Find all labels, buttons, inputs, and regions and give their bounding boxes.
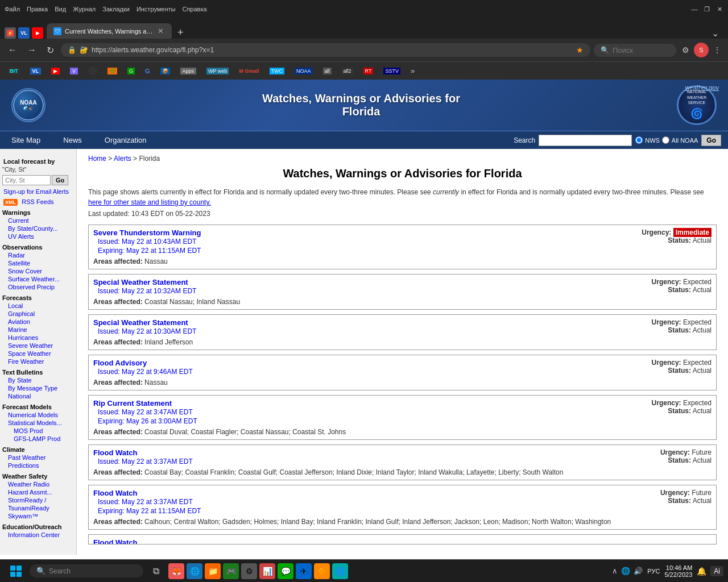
bookmark-apps[interactable]: Apps <box>177 66 200 76</box>
rss-feeds-link[interactable]: RSS Feeds <box>20 198 55 206</box>
city-input[interactable] <box>2 175 51 185</box>
bookmark-all[interactable]: all <box>320 66 335 76</box>
alert-3-title[interactable]: Special Weather Statement <box>93 318 188 327</box>
tab-list-button[interactable]: ⌄ <box>707 28 723 39</box>
sidebar-aviation[interactable]: Aviation <box>7 318 74 326</box>
sidebar-snow-cover[interactable]: Snow Cover <box>7 267 74 275</box>
sidebar-national[interactable]: National <box>7 392 74 400</box>
bookmark-gmail[interactable]: M Gmail <box>235 67 262 75</box>
minimize-button[interactable]: — <box>690 5 698 13</box>
radio-all-noaa[interactable] <box>662 136 669 144</box>
bookmark-more[interactable]: » <box>407 65 418 76</box>
sidebar-info-center[interactable]: Information Center <box>7 531 74 539</box>
address-bar[interactable]: 🔒 🔐 https://alerts.weather.gov/cap/fl.ph… <box>61 43 590 57</box>
new-tab-button[interactable]: + <box>173 27 188 39</box>
sidebar-satellite[interactable]: Satellite <box>7 259 74 267</box>
weather-gov-link[interactable]: weather.gov <box>685 84 719 91</box>
sidebar-predictions[interactable]: Predictions <box>7 462 74 469</box>
active-tab[interactable]: 🛡 Current Watches, Warnings an... ✕ <box>47 23 172 39</box>
alert-6-title[interactable]: Flood Watch <box>93 448 138 457</box>
extensions-button[interactable]: ⚙ <box>680 43 692 57</box>
alert-7-issued[interactable]: Issued: May 22 at 3:37AM EDT <box>93 497 205 506</box>
sidebar-uv-alerts[interactable]: UV Alerts <box>7 232 74 240</box>
menu-edit[interactable]: Правка <box>27 6 48 13</box>
bookmark-v[interactable]: V <box>67 66 81 76</box>
sidebar-weather-radio[interactable]: Weather Radio <box>7 480 74 488</box>
other-state-link[interactable]: here for other state and listing by coun… <box>88 198 211 206</box>
sidebar-hurricanes[interactable]: Hurricanes <box>7 334 74 342</box>
sidebar-mos-prod[interactable]: MOS Prod <box>7 427 74 435</box>
sidebar-hazard-assmt[interactable]: Hazard Assmt... <box>7 488 74 496</box>
sidebar-stormready[interactable]: StormReady / <box>7 496 74 504</box>
profile-button[interactable]: S <box>694 43 709 57</box>
sidebar-observed-precip[interactable]: Observed Precip <box>7 283 74 291</box>
alert-3-issued[interactable]: Issued: May 22 at 10:30AM EDT <box>93 327 201 336</box>
sidebar-skywarn[interactable]: Skywarn™ <box>7 512 74 520</box>
bookmark-noaa[interactable]: NOAA <box>291 66 316 76</box>
sidebar-local[interactable]: Local <box>7 302 74 310</box>
nws-search-go-button[interactable]: Go <box>701 135 721 146</box>
bookmark-twc[interactable]: TWC <box>266 66 288 76</box>
sidebar-tsunamiready[interactable]: TsunamiReady <box>7 504 74 512</box>
alert-7-expiring[interactable]: Expiring: May 22 at 11:15AM EDT <box>93 506 205 516</box>
bookmark-green[interactable]: G <box>124 66 138 76</box>
forward-button[interactable]: → <box>24 43 40 57</box>
reload-button[interactable]: ↻ <box>43 43 57 58</box>
bookmark-all2[interactable]: all2 <box>338 66 357 76</box>
nws-search-input[interactable] <box>539 135 632 146</box>
sidebar-severe-weather[interactable]: Severe Weather <box>7 342 74 350</box>
alert-5-issued[interactable]: Issued: May 22 at 3:47AM EDT <box>93 408 202 417</box>
bookmark-rt[interactable]: RT <box>360 66 377 76</box>
pinned-tab-1[interactable]: ⚡ <box>5 27 16 39</box>
tab-close-button[interactable]: ✕ <box>156 27 165 35</box>
browser-search-box[interactable]: 🔍 <box>594 44 676 57</box>
back-button[interactable]: ← <box>5 43 20 57</box>
alert-1-expiring[interactable]: Expiring: May 22 at 11:15AM EDT <box>93 246 205 255</box>
sidebar-past-weather[interactable]: Past Weather <box>7 454 74 462</box>
alert-4-issued[interactable]: Issued: May 22 at 9:46AM EDT <box>93 367 197 376</box>
alert-2-issued[interactable]: Issued: May 22 at 10:32AM EDT <box>93 286 201 296</box>
menu-bookmarks[interactable]: Закладки <box>102 6 130 13</box>
nav-sitemap[interactable]: Site Map <box>0 131 52 149</box>
signup-email-link[interactable]: Sign-up for Email Alerts <box>2 188 74 196</box>
sidebar-space-weather[interactable]: Space Weather <box>7 350 74 357</box>
breadcrumb-alerts[interactable]: Alerts <box>114 155 131 163</box>
bookmark-star-icon[interactable]: ★ <box>576 45 584 55</box>
nav-news[interactable]: News <box>52 131 93 149</box>
alert-1-title[interactable]: Severe Thunderstorm Warning <box>93 228 201 237</box>
maximize-button[interactable]: ❐ <box>703 5 711 13</box>
bookmark-wp[interactable]: WP web <box>203 66 232 76</box>
alert-1-issued[interactable]: Issued: May 22 at 10:43AM EDT <box>93 237 205 246</box>
bookmark-sstv[interactable]: SSTV <box>380 66 404 76</box>
bookmark-youtube[interactable]: ▶ <box>48 66 63 76</box>
sidebar-numerical-models[interactable]: Numerical Models <box>7 411 74 419</box>
bookmark-vl[interactable]: VL <box>27 66 45 76</box>
radio-nws[interactable] <box>635 136 643 144</box>
alert-2-title[interactable]: Special Weather Statement <box>93 278 188 286</box>
more-menu-button[interactable]: ⋮ <box>711 43 723 57</box>
sidebar-graphical[interactable]: Graphical <box>7 310 74 318</box>
sidebar-surface-weather[interactable]: Surface Weather... <box>7 275 74 283</box>
pinned-tab-2[interactable]: VL <box>18 27 30 39</box>
alert-4-title[interactable]: Flood Advisory <box>93 359 147 367</box>
breadcrumb-home[interactable]: Home <box>88 155 106 163</box>
bookmark-box[interactable]: 📦 <box>157 66 173 76</box>
sidebar-warnings-state[interactable]: By State/County... <box>7 225 74 232</box>
alert-7-title[interactable]: Flood Watch <box>93 489 138 497</box>
sidebar-warnings-current[interactable]: Current <box>7 217 74 225</box>
bookmark-google[interactable]: G <box>142 66 154 76</box>
menu-tools[interactable]: Инструменты <box>136 6 176 13</box>
sidebar-statistical-models[interactable]: Statistical Models... <box>7 419 74 427</box>
alert-6-issued[interactable]: Issued: May 22 at 3:37AM EDT <box>93 457 197 466</box>
alert-5-expiring[interactable]: Expiring: May 26 at 3:00AM EDT <box>93 417 202 426</box>
city-go-button[interactable]: Go <box>52 175 68 185</box>
sidebar-fire-weather[interactable]: Fire Weather <box>7 357 74 365</box>
browser-search-input[interactable] <box>613 46 669 55</box>
alert-5-title[interactable]: Rip Current Statement <box>93 399 172 408</box>
bookmark-leaflet[interactable]: 🌿 <box>104 66 121 76</box>
menu-journal[interactable]: Журнал <box>73 6 96 13</box>
sidebar-marine[interactable]: Marine <box>7 326 74 334</box>
sidebar-radar[interactable]: Radar <box>7 251 74 259</box>
menu-file[interactable]: Файл <box>5 6 20 13</box>
close-button[interactable]: ✕ <box>715 5 723 13</box>
